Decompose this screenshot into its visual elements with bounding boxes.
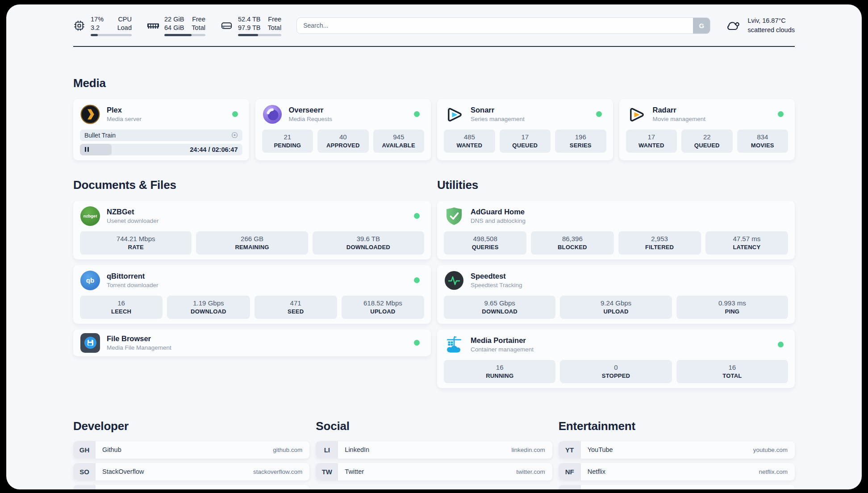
stat-box: 39.6 TBDOWNLOADED (313, 231, 424, 255)
weather-condition: scattered clouds (747, 25, 795, 35)
sonarr-icon (444, 104, 464, 125)
stat-box: 47.57 msLATENCY (705, 231, 788, 255)
social-links-column: Social LI LinkedIn linkedin.com TW Twitt… (316, 419, 552, 489)
app-subtitle: Torrent downloader (107, 282, 159, 288)
search-bar: G (296, 17, 710, 34)
link-row-reddit[interactable]: RE Reddit reddit.com (559, 485, 795, 489)
link-name: YouTube (588, 446, 613, 453)
ram-stat: 22 GiB64 GiB FreeTotal (147, 15, 205, 36)
utilities-column: Utilities AdGuard Home DNS and adblockin… (437, 178, 795, 388)
stat-box: 16RUNNING (444, 360, 555, 383)
app-subtitle: Speedtest Tracking (471, 282, 522, 288)
link-url: netflix.com (759, 468, 788, 475)
search-input[interactable] (296, 17, 710, 34)
entertainment-links-column: Entertainment YT YouTube youtube.com NF … (559, 419, 795, 489)
app-card-nzbget[interactable]: nzbget NZBGet Usenet downloader 744.21 M… (73, 201, 431, 259)
stat-box: 16TOTAL (676, 360, 788, 383)
cpu-stat: 17%3.2 CPULoad (73, 15, 132, 36)
documents-column: Documents & Files nzbget NZBGet Usenet d… (73, 178, 431, 356)
link-row-twitter[interactable]: TW Twitter twitter.com (316, 463, 552, 480)
status-dot-online (232, 111, 238, 117)
stat-box: 22QUEUED (681, 130, 733, 153)
section-title-social: Social (316, 419, 552, 433)
dashboard-panel: 17%3.2 CPULoad 22 GiB64 GiB (6, 4, 862, 489)
disk-stat: 52.4 TB97.9 TB FreeTotal (221, 15, 281, 36)
stat-box: 618.52 MbpsUPLOAD (342, 296, 424, 319)
link-row-youtube[interactable]: YT YouTube youtube.com (559, 441, 795, 459)
stat-box: 17QUEUED (500, 130, 551, 153)
media-card-row: Plex Media server Bullet Train (73, 99, 795, 160)
stat-box: 485WANTED (444, 130, 495, 153)
app-card-filebrowser[interactable]: File Browser Media File Management (73, 330, 431, 356)
status-dot-online (778, 111, 784, 117)
status-dot-online (414, 277, 420, 283)
cpu-label-2: Load (117, 24, 132, 32)
stat-box: 0STOPPED (560, 360, 672, 383)
stat-box: 498,508QUERIES (444, 231, 526, 255)
cpu-progress-bar (91, 34, 132, 36)
stat-box: 0.993 msPING (676, 296, 788, 319)
portainer-icon (444, 334, 464, 355)
app-card-adguard[interactable]: AdGuard Home DNS and adblocking 498,508Q… (437, 201, 795, 259)
stat-box: 945AVAILABLE (373, 130, 425, 153)
app-subtitle: Media server (107, 116, 142, 122)
ram-icon (147, 20, 159, 32)
link-row-stackoverflow[interactable]: SO StackOverflow stackoverflow.com (73, 463, 309, 480)
link-name: Github (102, 446, 121, 453)
app-card-portainer[interactable]: Media Portainer Container management 16R… (437, 330, 795, 388)
speedtest-icon (444, 270, 464, 291)
ram-progress-fill (164, 34, 192, 36)
now-playing-row[interactable]: Bullet Train (80, 130, 242, 141)
stat-box: 40APPROVED (317, 130, 369, 153)
section-title-documents: Documents & Files (73, 178, 431, 192)
app-subtitle: Movie management (653, 116, 706, 122)
link-name: Netflix (588, 468, 605, 475)
app-card-plex[interactable]: Plex Media server Bullet Train (73, 99, 249, 160)
stat-box: 16LEECH (80, 296, 163, 319)
cpu-load-avg: 3.2 (91, 24, 104, 32)
stat-box: 86,396BLOCKED (531, 231, 613, 255)
app-title: AdGuard Home (471, 208, 526, 216)
link-row-dev[interactable]: DT DEV dev.to (73, 485, 309, 489)
app-card-qbittorrent[interactable]: qb qBittorrent Torrent downloader 16LEEC… (73, 265, 431, 324)
playback-progress-row[interactable]: 24:44 / 02:06:47 (80, 144, 242, 155)
app-card-overseerr[interactable]: Overseerr Media Requests 21PENDING 40APP… (255, 99, 431, 160)
link-abbr: SO (73, 463, 96, 480)
link-row-netflix[interactable]: NF Netflix netflix.com (559, 463, 795, 480)
radarr-icon (626, 104, 647, 125)
disk-total: 97.9 TB (238, 24, 261, 32)
weather-location-temp: Lviv, 16.87°C (747, 16, 795, 25)
stat-box: 9.65 GbpsDOWNLOAD (444, 296, 555, 319)
pause-icon[interactable] (85, 147, 89, 152)
status-dot-online (596, 111, 602, 117)
overseerr-icon (262, 104, 283, 125)
link-abbr: LI (316, 441, 338, 459)
link-row-linkedin[interactable]: LI LinkedIn linkedin.com (316, 441, 552, 459)
section-title-developer: Developer (73, 419, 309, 433)
link-row-github[interactable]: GH Github github.com (73, 441, 309, 459)
app-subtitle: Container management (471, 346, 534, 353)
app-card-radarr[interactable]: Radarr Movie management 17WANTED 22QUEUE… (619, 99, 795, 160)
link-url: youtube.com (753, 447, 788, 453)
disk-progress-bar (238, 34, 281, 36)
stat-box: 2,953FILTERED (618, 231, 701, 255)
stat-box: 471SEED (255, 296, 337, 319)
status-dot-online (414, 111, 420, 117)
disk-icon (221, 20, 233, 32)
search-engine-button[interactable]: G (693, 18, 710, 33)
app-title: Speedtest (471, 272, 522, 280)
app-card-speedtest[interactable]: Speedtest Speedtest Tracking 9.65 GbpsDO… (437, 265, 795, 324)
app-subtitle: Series management (471, 116, 525, 122)
stat-box: 9.24 GbpsUPLOAD (560, 296, 672, 319)
app-subtitle: Usenet downloader (107, 217, 159, 224)
cpu-percent: 17% (91, 15, 104, 24)
link-url: linkedin.com (512, 447, 545, 453)
link-name: Twitter (345, 468, 364, 475)
stat-box: 17WANTED (626, 130, 677, 153)
link-abbr: RE (559, 485, 581, 489)
now-playing-session-icon[interactable] (231, 132, 238, 138)
app-title: Overseerr (289, 106, 333, 114)
app-card-sonarr[interactable]: Sonarr Series management 485WANTED 17QUE… (437, 99, 613, 160)
link-name: LinkedIn (345, 446, 369, 453)
stat-box: 196SERIES (555, 130, 606, 153)
